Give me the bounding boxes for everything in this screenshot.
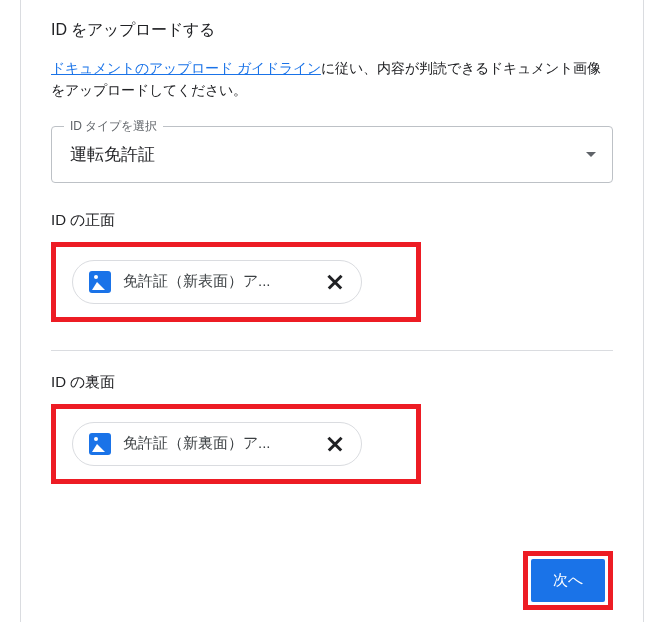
id-type-value: 運転免許証 [70,143,155,166]
next-button[interactable]: 次へ [531,559,605,602]
close-icon[interactable] [325,272,345,292]
back-label: ID の裏面 [51,373,613,392]
id-type-label: ID タイプを選択 [64,118,163,135]
front-file-chip: 免許証（新表面）ア... [72,260,362,304]
divider [51,350,613,351]
form-container: ID をアップロードする ドキュメントのアップロード ガイドラインに従い、内容が… [20,0,644,622]
button-row: 次へ [523,551,613,610]
chevron-down-icon [586,152,596,157]
id-type-select[interactable]: ID タイプを選択 運転免許証 [51,126,613,183]
image-icon [89,271,111,293]
guideline-link[interactable]: ドキュメントのアップロード ガイドライン [51,60,321,76]
image-icon [89,433,111,455]
front-file-name: 免許証（新表面）ア... [123,272,313,291]
next-button-highlight: 次へ [523,551,613,610]
instruction-text: ドキュメントのアップロード ガイドラインに従い、内容が判読できるドキュメント画像… [51,57,613,102]
back-file-chip: 免許証（新裏面）ア... [72,422,362,466]
front-label: ID の正面 [51,211,613,230]
back-upload-highlight: 免許証（新裏面）ア... [51,404,421,484]
front-upload-highlight: 免許証（新表面）ア... [51,242,421,322]
id-type-field[interactable]: 運転免許証 [52,127,612,182]
back-file-name: 免許証（新裏面）ア... [123,434,313,453]
section-title: ID をアップロードする [51,20,613,41]
close-icon[interactable] [325,434,345,454]
